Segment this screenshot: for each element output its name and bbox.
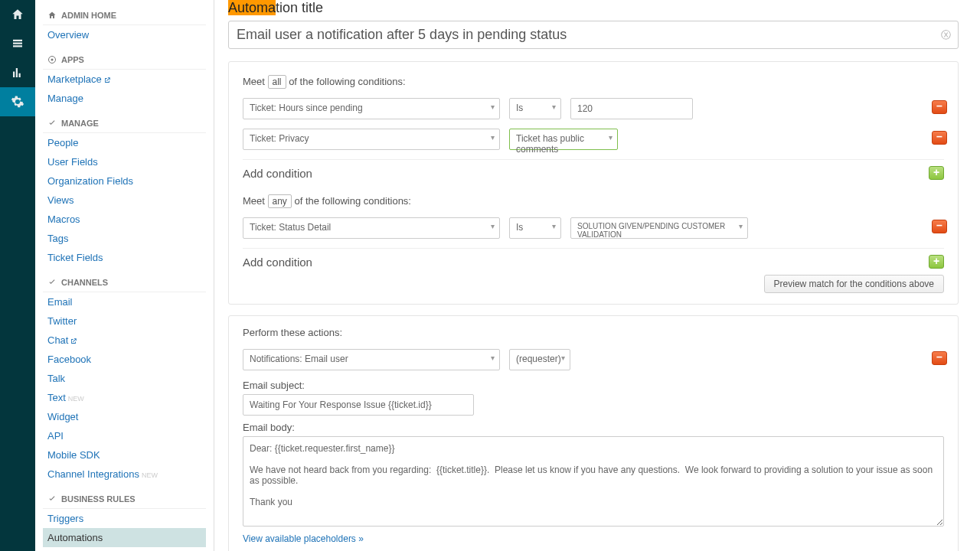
view-placeholders-link[interactable]: View available placeholders » <box>243 533 364 544</box>
action-type-select[interactable]: Notifications: Email user <box>243 349 500 370</box>
nav-channel-integrations[interactable]: Channel IntegrationsNEW <box>43 465 206 484</box>
condition-value-select[interactable]: Ticket has public comments <box>509 129 618 150</box>
channels-icon <box>47 278 57 287</box>
preview-match-button[interactable]: Preview match for the conditions above <box>764 275 944 293</box>
nav-ticket-fields[interactable]: Ticket Fields <box>43 248 206 267</box>
condition-value-input[interactable] <box>570 98 693 119</box>
icon-rail <box>0 0 35 551</box>
external-icon <box>70 337 77 345</box>
nav-triggers[interactable]: Triggers <box>43 509 206 528</box>
apps-icon <box>47 55 57 64</box>
clear-title-icon[interactable]: ⓧ <box>941 28 951 42</box>
apps-label: APPS <box>61 55 84 64</box>
nav-widget[interactable]: Widget <box>43 407 206 426</box>
rail-home-icon[interactable] <box>0 0 35 29</box>
admin-home-label: ADMIN HOME <box>61 11 116 20</box>
page-title: Automation title <box>228 0 959 16</box>
add-condition-button[interactable]: + <box>929 255 944 269</box>
channels-label: CHANNELS <box>61 278 108 287</box>
external-icon <box>103 77 111 84</box>
nav-org-fields[interactable]: Organization Fields <box>43 171 206 191</box>
nav-facebook[interactable]: Facebook <box>43 350 206 369</box>
nav-automations[interactable]: Automations <box>43 528 206 547</box>
nav-marketplace[interactable]: Marketplace <box>43 70 206 89</box>
nav-macros[interactable]: Macros <box>43 210 206 229</box>
action-row: Notifications: Email user (requester) – <box>243 349 944 370</box>
home-icon <box>47 11 57 20</box>
rail-admin-icon[interactable] <box>0 87 35 116</box>
email-body-label: Email body: <box>243 422 944 433</box>
new-badge: NEW <box>68 395 84 403</box>
nav-api[interactable]: API <box>43 426 206 445</box>
nav-tags[interactable]: Tags <box>43 229 206 248</box>
section-business-rules: BUSINESS RULES <box>43 484 206 509</box>
email-subject-input[interactable] <box>243 394 474 416</box>
rail-reports-icon[interactable] <box>0 58 35 87</box>
section-channels: CHANNELS <box>43 267 206 292</box>
rules-icon <box>47 494 57 504</box>
remove-condition-button[interactable]: – <box>932 220 947 233</box>
nav-manage-apps[interactable]: Manage <box>43 89 206 108</box>
remove-condition-button[interactable]: – <box>932 100 947 114</box>
section-apps: APPS <box>43 44 206 70</box>
add-condition-button[interactable]: + <box>929 166 944 180</box>
manage-icon <box>47 119 57 128</box>
actions-panel: Perform these actions: Notifications: Em… <box>228 315 959 551</box>
remove-condition-button[interactable]: – <box>932 131 947 145</box>
remove-action-button[interactable]: – <box>932 351 947 365</box>
action-target-select[interactable]: (requester) <box>509 349 570 370</box>
condition-row: Ticket: Hours since pending Is – <box>243 98 944 119</box>
email-body-textarea[interactable] <box>243 436 944 527</box>
actions-header: Perform these actions: <box>243 327 944 338</box>
section-admin-home: ADMIN HOME <box>43 0 206 25</box>
nav-talk[interactable]: Talk <box>43 369 206 388</box>
admin-sidebar: ADMIN HOME Overview APPS Marketplace Man… <box>35 0 214 551</box>
condition-field-select[interactable]: Ticket: Hours since pending <box>243 98 500 119</box>
condition-op-select[interactable]: Is <box>509 217 561 239</box>
nav-user-fields[interactable]: User Fields <box>43 152 206 171</box>
condition-op-select[interactable]: Is <box>509 98 561 119</box>
nav-chat[interactable]: Chat <box>43 331 206 350</box>
main-content: Automation title ⓧ Meet all of the follo… <box>214 0 980 551</box>
rules-label: BUSINESS RULES <box>61 494 136 504</box>
rail-tickets-icon[interactable] <box>0 29 35 58</box>
nav-people[interactable]: People <box>43 133 206 152</box>
email-subject-label: Email subject: <box>243 380 944 391</box>
add-condition-label: Add condition <box>243 167 312 180</box>
condition-field-select[interactable]: Ticket: Privacy <box>243 129 500 150</box>
add-condition-label: Add condition <box>243 256 312 269</box>
nav-twitter[interactable]: Twitter <box>43 311 206 331</box>
nav-mobile-sdk[interactable]: Mobile SDK <box>43 445 206 465</box>
condition-row: Ticket: Privacy Ticket has public commen… <box>243 129 944 150</box>
section-manage: MANAGE <box>43 108 206 133</box>
new-badge: NEW <box>142 471 158 479</box>
nav-overview[interactable]: Overview <box>43 25 206 44</box>
nav-text[interactable]: TextNEW <box>43 388 206 407</box>
nav-email[interactable]: Email <box>43 292 206 311</box>
meet-all-label: Meet all of the following conditions: <box>243 76 944 87</box>
meet-any-label: Meet any of the following conditions: <box>243 195 944 207</box>
nav-views[interactable]: Views <box>43 191 206 210</box>
condition-field-select[interactable]: Ticket: Status Detail <box>243 217 500 239</box>
automation-title-input[interactable] <box>228 21 959 49</box>
conditions-panel: Meet all of the following conditions: Ti… <box>228 61 959 305</box>
condition-row: Ticket: Status Detail Is SOLUTION GIVEN/… <box>243 217 944 239</box>
svg-point-1 <box>51 59 54 61</box>
manage-label: MANAGE <box>61 119 99 128</box>
condition-value-select[interactable]: SOLUTION GIVEN/PENDING CUSTOMER VALIDATI… <box>570 217 748 239</box>
